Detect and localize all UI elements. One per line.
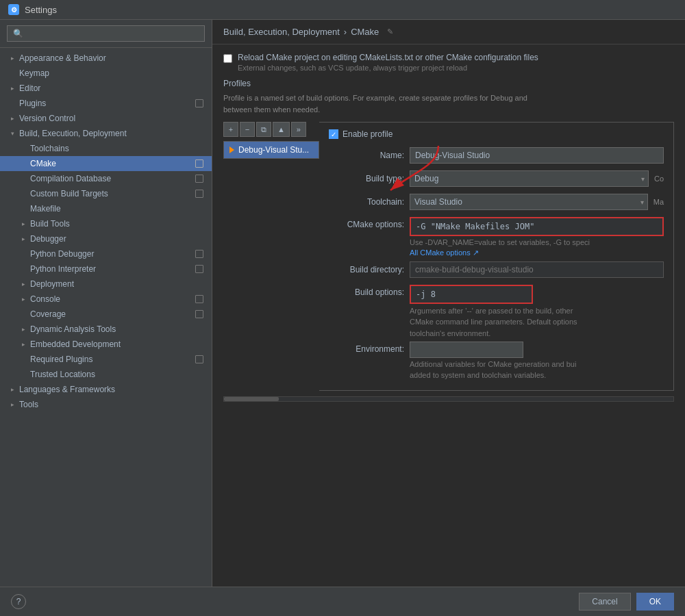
breadcrumb-part1: Build, Execution, Deployment bbox=[223, 27, 340, 37]
search-input[interactable] bbox=[26, 29, 199, 38]
cmake-options-label: CMake options: bbox=[329, 217, 404, 229]
sidebar-label-vc: Version Control bbox=[19, 114, 75, 123]
sidebar-label-coverage: Coverage bbox=[30, 309, 66, 319]
sidebar-label-dynanalysis: Dynamic Analysis Tools bbox=[30, 324, 116, 334]
breadcrumb-part2: CMake bbox=[351, 27, 379, 37]
sidebar-item-version-control[interactable]: Version Control bbox=[0, 111, 212, 126]
build-options-hint: Arguments after '--' are passed to the b… bbox=[410, 305, 664, 339]
content-scroll: Reload CMake project on editing CMakeLis… bbox=[212, 44, 685, 587]
environment-input[interactable] bbox=[410, 342, 523, 358]
ok-button[interactable]: OK bbox=[636, 593, 674, 611]
sidebar-label-lang: Languages & Frameworks bbox=[19, 385, 115, 394]
sidebar-label-console: Console bbox=[30, 294, 60, 304]
cancel-button[interactable]: Cancel bbox=[579, 593, 630, 611]
build-options-field: Arguments after '--' are passed to the b… bbox=[410, 285, 664, 339]
enable-profile-checkbox[interactable]: ✓ bbox=[329, 129, 338, 139]
remove-profile-button[interactable]: − bbox=[240, 122, 255, 137]
enable-profile-label: Enable profile bbox=[342, 129, 393, 139]
sidebar-item-trusted-locations[interactable]: Trusted Locations bbox=[0, 367, 212, 382]
sidebar-item-console[interactable]: Console bbox=[0, 292, 212, 307]
toolchain-dropdown-wrapper: Visual Studio ▾ bbox=[410, 194, 648, 210]
sidebar-label-pydebugger: Python Debugger bbox=[30, 249, 94, 259]
sidebar-item-deployment[interactable]: Deployment bbox=[0, 277, 212, 292]
edit-icon: ✎ bbox=[387, 27, 393, 36]
build-type-label: Build type: bbox=[329, 174, 404, 183]
profiles-container: + − ⧉ ▲ » Debug-Visual Stu... bbox=[223, 122, 674, 391]
expand-arrow-buildtools bbox=[19, 220, 27, 228]
profile-item-debug-vs[interactable]: Debug-Visual Stu... bbox=[224, 142, 319, 158]
sidebar-item-plugins[interactable]: Plugins bbox=[0, 96, 212, 111]
reload-checkbox[interactable] bbox=[223, 54, 232, 63]
build-dir-label: Build directory: bbox=[329, 265, 404, 274]
sidebar-label-custombuild: Custom Build Targets bbox=[30, 189, 108, 198]
expand-arrow-console bbox=[19, 295, 27, 303]
toolchain-select[interactable]: Visual Studio bbox=[410, 194, 648, 210]
name-field bbox=[410, 147, 664, 164]
sidebar-item-custom-build[interactable]: Custom Build Targets bbox=[0, 186, 212, 201]
bottom-bar: ? Cancel OK bbox=[0, 587, 685, 616]
sidebar-item-makefile[interactable]: Makefile bbox=[0, 201, 212, 216]
sidebar-item-compilation-db[interactable]: Compilation Database bbox=[0, 171, 212, 186]
up-profile-button[interactable]: ▲ bbox=[273, 122, 290, 137]
sidebar-label-makefile: Makefile bbox=[30, 204, 61, 214]
all-cmake-options-link[interactable]: All CMake options ↗ bbox=[410, 248, 479, 257]
build-options-input[interactable] bbox=[410, 285, 533, 304]
help-button[interactable]: ? bbox=[11, 594, 26, 609]
build-dir-input[interactable] bbox=[410, 261, 664, 278]
sidebar-item-toolchains[interactable]: Toolchains bbox=[0, 141, 212, 156]
sidebar-item-required-plugins[interactable]: Required Plugins bbox=[0, 352, 212, 367]
sidebar-label-reqplugins: Required Plugins bbox=[30, 355, 92, 364]
build-type-select[interactable]: Debug Release RelWithDebInfo MinSizeRel bbox=[410, 170, 649, 187]
cmake-options-field: Use -DVAR_NAME=value to set variables, -… bbox=[410, 217, 664, 259]
horizontal-scrollbar[interactable] bbox=[223, 396, 674, 402]
add-profile-button[interactable]: + bbox=[223, 122, 238, 137]
search-field-wrapper[interactable]: 🔍 bbox=[7, 25, 205, 42]
sidebar-item-coverage[interactable]: Coverage bbox=[0, 307, 212, 322]
scrollbar-thumb bbox=[224, 397, 279, 401]
sidebar-item-build-tools[interactable]: Build Tools bbox=[0, 216, 212, 231]
expand-arrow-deployment bbox=[19, 280, 27, 288]
sidebar-label-compdb: Compilation Database bbox=[30, 174, 111, 183]
build-type-extra: Co bbox=[654, 175, 664, 183]
search-box: 🔍 bbox=[0, 20, 212, 48]
profile-details: ✓ Enable profile Name: Build type: bbox=[319, 122, 674, 391]
sidebar-item-languages[interactable]: Languages & Frameworks bbox=[0, 382, 212, 397]
sidebar-item-build-exec[interactable]: Build, Execution, Deployment bbox=[0, 126, 212, 141]
copy-profile-button[interactable]: ⧉ bbox=[256, 122, 271, 137]
sidebar-label-keymap: Keymap bbox=[19, 68, 49, 78]
title-bar: ⚙ Settings bbox=[0, 0, 685, 20]
reload-option: Reload CMake project on editing CMakeLis… bbox=[223, 53, 674, 72]
cmake-options-input[interactable] bbox=[410, 217, 664, 236]
expand-arrow-debugger bbox=[19, 235, 27, 243]
expand-arrow-vc bbox=[8, 114, 16, 123]
cmake-icon bbox=[195, 159, 203, 168]
sidebar-item-editor[interactable]: Editor bbox=[0, 81, 212, 96]
sidebar-label-trustedloc: Trusted Locations bbox=[30, 370, 95, 379]
build-options-row: Build options: Arguments after '--' are … bbox=[329, 285, 664, 339]
profiles-title: Profiles bbox=[223, 79, 674, 88]
sidebar-tree: Appearance & Behavior Keymap Editor Plug… bbox=[0, 48, 212, 587]
sidebar-item-python-interpreter[interactable]: Python Interpreter bbox=[0, 261, 212, 277]
sidebar-label-cmake: CMake bbox=[30, 159, 56, 168]
sidebar-item-appearance[interactable]: Appearance & Behavior bbox=[0, 51, 212, 66]
profile-list-section: + − ⧉ ▲ » Debug-Visual Stu... bbox=[223, 122, 319, 391]
sidebar-item-dynamic-analysis[interactable]: Dynamic Analysis Tools bbox=[0, 322, 212, 337]
sidebar-item-python-debugger[interactable]: Python Debugger bbox=[0, 246, 212, 261]
sidebar-item-embedded[interactable]: Embedded Development bbox=[0, 337, 212, 352]
more-profile-button[interactable]: » bbox=[291, 122, 306, 137]
sidebar-label-embedded: Embedded Development bbox=[30, 339, 121, 349]
build-type-dropdown-wrapper: Debug Release RelWithDebInfo MinSizeRel … bbox=[410, 170, 649, 187]
toolchain-field: Visual Studio ▾ Ma bbox=[410, 194, 664, 210]
profile-list: Debug-Visual Stu... bbox=[223, 141, 319, 159]
coverage-icon bbox=[195, 310, 203, 318]
sidebar-item-keymap[interactable]: Keymap bbox=[0, 66, 212, 81]
sidebar-label-appearance: Appearance & Behavior bbox=[19, 53, 106, 63]
name-input[interactable] bbox=[410, 147, 664, 164]
sidebar-item-cmake[interactable]: CMake bbox=[0, 156, 212, 171]
toolchain-label: Toolchain: bbox=[329, 197, 404, 207]
hscroll-area bbox=[223, 396, 674, 402]
sidebar-item-tools[interactable]: Tools bbox=[0, 397, 212, 412]
plugins-icon bbox=[195, 99, 203, 107]
sidebar-label-pyinterp: Python Interpreter bbox=[30, 264, 96, 274]
sidebar-item-debugger[interactable]: Debugger bbox=[0, 231, 212, 246]
